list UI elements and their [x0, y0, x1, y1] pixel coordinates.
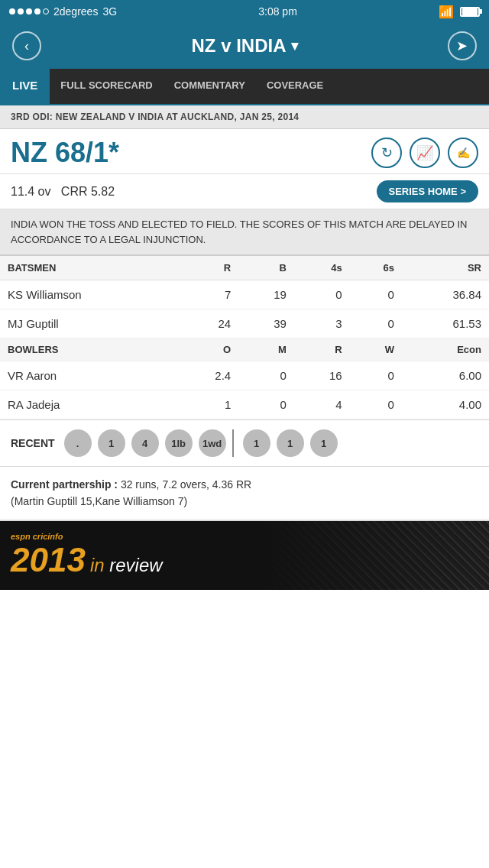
- batsman-row-1: KS Williamson 7 19 0 0 36.84: [0, 280, 489, 309]
- dropdown-icon[interactable]: ▾: [291, 37, 298, 54]
- score-runs: 68/1*: [55, 137, 119, 168]
- bowler-1-econ: 6.00: [402, 361, 489, 390]
- bowler-2-r: 4: [294, 390, 350, 419]
- bowlers-col-header: BOWLERS: [0, 338, 176, 361]
- partnership-detail: 32 runs, 7.2 overs, 4.36 RR: [118, 478, 251, 491]
- batsman-2-name: MJ Guptill: [0, 309, 176, 338]
- bowler-1-r: 16: [294, 361, 350, 390]
- batsmen-header-row: BATSMEN R B 4s 6s SR: [0, 256, 489, 280]
- batsman-1-4s: 0: [294, 280, 350, 309]
- series-home-label: SERIES HOME >: [389, 186, 467, 197]
- espn-logo: espn cricinfo: [11, 532, 163, 541]
- batsmen-sr-header: SR: [402, 256, 489, 280]
- batsmen-4s-header: 4s: [294, 256, 350, 280]
- batsman-1-name: KS Williamson: [0, 280, 176, 309]
- worm-chart-icon: ✍: [457, 147, 470, 159]
- tab-commentary[interactable]: COMMENTARY: [164, 69, 256, 104]
- share-icon: ➤: [456, 37, 468, 54]
- espn-banner[interactable]: espn cricinfo 2013 in review: [0, 521, 489, 590]
- banner-in: in: [90, 555, 105, 575]
- status-right: 📶: [439, 5, 480, 19]
- batsman-2-sr: 61.53: [402, 309, 489, 338]
- batsman-2-b: 39: [238, 309, 294, 338]
- tab-coverage[interactable]: COVERAGE: [256, 69, 334, 104]
- bowler-1-w: 0: [350, 361, 402, 390]
- batsmen-r-header: R: [176, 256, 238, 280]
- banner-review: review: [109, 555, 162, 575]
- dot3: [26, 8, 32, 15]
- batsman-1-sr: 36.84: [402, 280, 489, 309]
- status-time: 3:08 pm: [258, 5, 297, 18]
- refresh-icon: ↻: [381, 144, 393, 161]
- status-bar: 2degrees 3G 3:08 pm 📶: [0, 0, 489, 23]
- bowler-1-m: 0: [238, 361, 294, 390]
- batsman-2-r: 24: [176, 309, 238, 338]
- chart-button[interactable]: 📈: [410, 138, 440, 168]
- ball-1: .: [64, 429, 92, 457]
- tab-bar: LIVE FULL SCORECARD COMMENTARY COVERAGE: [0, 69, 489, 105]
- status-left: 2degrees 3G: [9, 5, 117, 18]
- banner-year-row: 2013 in review: [11, 541, 163, 579]
- batsman-1-r: 7: [176, 280, 238, 309]
- partnership-label: Current partnership :: [11, 478, 118, 491]
- batsmen-col-header: BATSMEN: [0, 256, 176, 280]
- tab-full-scorecard[interactable]: FULL SCORECARD: [50, 69, 163, 104]
- back-button[interactable]: ‹: [12, 31, 41, 60]
- batsman-1-6s: 0: [350, 280, 402, 309]
- back-icon: ‹: [24, 38, 29, 54]
- bowlers-w-header: W: [350, 338, 402, 361]
- series-home-button[interactable]: SERIES HOME >: [377, 180, 479, 202]
- dot1: [9, 8, 15, 15]
- dot5: [43, 8, 49, 15]
- app-header: ‹ NZ v INDIA ▾ ➤: [0, 23, 489, 69]
- match-info-text: 3RD ODI: NEW ZEALAND V INDIA AT AUCKLAND…: [11, 112, 299, 122]
- crr-label: CRR: [61, 185, 88, 198]
- ball-5: 1wd: [199, 429, 226, 457]
- score-section: NZ 68/1* ↻ 📈 ✍: [0, 129, 489, 174]
- bowler-2-o: 1: [176, 390, 238, 419]
- match-title: NZ v INDIA ▾: [191, 35, 297, 57]
- refresh-button[interactable]: ↻: [371, 138, 402, 168]
- score-display: NZ 68/1*: [11, 137, 119, 169]
- tab-live[interactable]: LIVE: [0, 69, 50, 104]
- ball-3: 4: [131, 429, 159, 457]
- over-crr-text: 11.4 ov CRR 5.82: [11, 185, 115, 199]
- partnership-players: (Martin Guptill 15,Kane Williamson 7): [11, 495, 187, 507]
- bowler-2-econ: 4.00: [402, 390, 489, 419]
- signal-dots: [9, 8, 49, 15]
- banner-content: espn cricinfo 2013 in review: [11, 532, 163, 579]
- battery-fill: [462, 8, 478, 15]
- ball-8: 1: [310, 429, 338, 457]
- match-title-text: NZ v INDIA: [191, 35, 286, 57]
- battery-icon: [460, 7, 480, 17]
- partnership-section: Current partnership : 32 runs, 7.2 overs…: [0, 467, 489, 521]
- batsmen-b-header: B: [238, 256, 294, 280]
- score-text: NZ 68/1*: [11, 137, 119, 168]
- ball-7: 1: [277, 429, 304, 457]
- share-button[interactable]: ➤: [448, 31, 477, 60]
- crr-value: 5.82: [91, 185, 115, 198]
- recent-label: RECENT: [11, 437, 55, 449]
- ball-2: 1: [98, 429, 125, 457]
- worm-chart-button[interactable]: ✍: [448, 138, 478, 168]
- bowlers-m-header: M: [238, 338, 294, 361]
- dot2: [18, 8, 24, 15]
- ball-separator: [232, 429, 237, 457]
- bowlers-r-header: R: [294, 338, 350, 361]
- batsman-1-b: 19: [238, 280, 294, 309]
- banner-background: [260, 521, 489, 590]
- batsman-row-2: MJ Guptill 24 39 3 0 61.53: [0, 309, 489, 338]
- match-info-bar: 3RD ODI: NEW ZEALAND V INDIA AT AUCKLAND…: [0, 105, 489, 129]
- bowler-row-2: RA Jadeja 1 0 4 0 4.00: [0, 390, 489, 419]
- banner-suffix: in review: [90, 555, 163, 576]
- carrier-name: 2degrees: [53, 5, 98, 18]
- score-team: NZ: [11, 137, 47, 168]
- score-action-icons: ↻ 📈 ✍: [371, 138, 478, 168]
- bluetooth-icon: 📶: [439, 5, 454, 19]
- recent-section: RECENT . 1 4 1lb 1wd 1 1 1: [0, 419, 489, 467]
- bowler-2-w: 0: [350, 390, 402, 419]
- dot4: [34, 8, 40, 15]
- bowlers-econ-header: Econ: [402, 338, 489, 361]
- chart-icon: 📈: [416, 144, 433, 161]
- ball-6: 1: [243, 429, 270, 457]
